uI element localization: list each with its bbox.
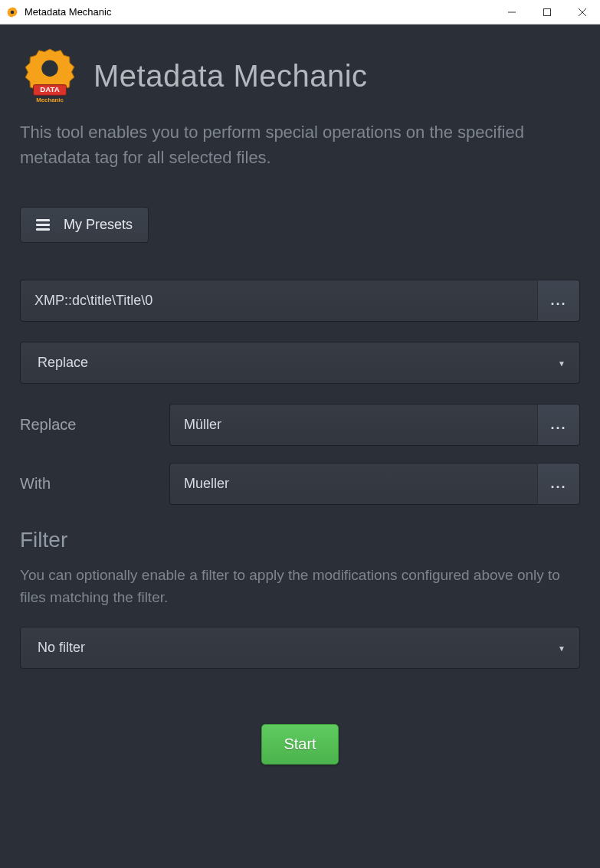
replace-input[interactable] [169,404,537,446]
with-label: With [20,475,169,493]
svg-point-0 [11,10,15,14]
app-logo-icon: DATA Mechanic [20,46,80,106]
chevron-down-icon: ▼ [558,644,566,652]
app-icon [6,6,18,18]
chevron-down-icon: ▼ [558,359,566,367]
replace-label: Replace [20,416,169,434]
start-button-label: Start [284,735,316,752]
operation-select[interactable]: Replace ▼ [20,342,580,384]
replace-more-button[interactable]: ... [537,404,580,446]
svg-rect-1 [544,8,551,15]
tag-browse-button[interactable]: ... [537,280,580,322]
with-input[interactable] [169,463,537,505]
app-title: Metadata Mechanic [93,59,368,93]
svg-text:DATA: DATA [40,85,60,93]
titlebar: Metadata Mechanic [0,0,600,25]
ellipsis-icon: ... [550,476,566,492]
metadata-tag-input[interactable] [20,280,537,322]
filter-select[interactable]: No filter ▼ [20,627,580,669]
hamburger-icon [36,219,50,231]
filter-select-value: No filter [38,640,85,655]
filter-title: Filter [20,528,580,552]
my-presets-label: My Presets [64,217,133,233]
operation-select-value: Replace [38,355,88,370]
app-description: This tool enables you to perform special… [20,120,580,170]
minimize-button[interactable] [494,0,530,25]
my-presets-button[interactable]: My Presets [20,207,149,243]
with-more-button[interactable]: ... [537,463,580,505]
svg-point-2 [41,61,57,77]
ellipsis-icon: ... [550,417,566,433]
ellipsis-icon: ... [550,293,566,309]
start-button[interactable]: Start [261,724,338,765]
filter-description: You can optionally enable a filter to ap… [20,565,580,608]
app-header: DATA Mechanic Metadata Mechanic [20,46,580,106]
close-button[interactable] [565,0,600,25]
window-title: Metadata Mechanic [25,6,111,18]
maximize-button[interactable] [530,0,565,25]
svg-text:Mechanic: Mechanic [36,97,64,103]
